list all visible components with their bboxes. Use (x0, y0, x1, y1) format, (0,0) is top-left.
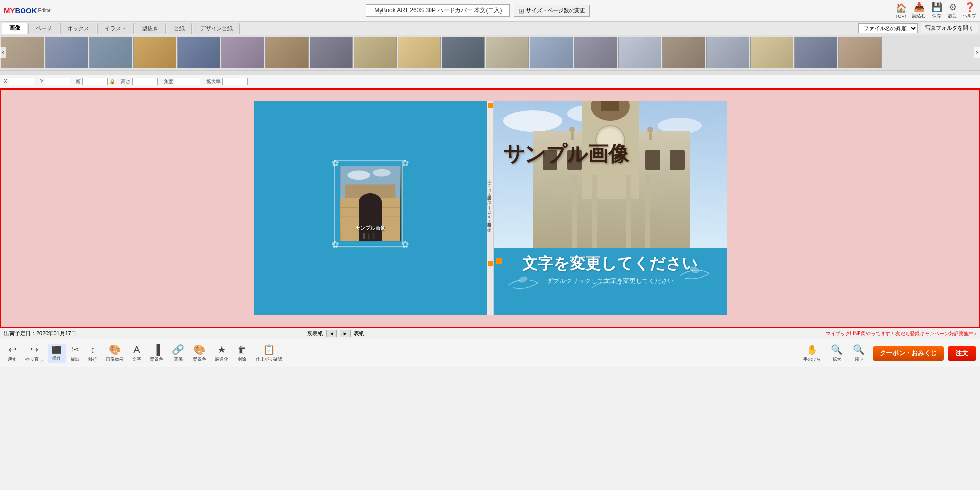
svg-rect-31 (645, 175, 650, 248)
background-color-button[interactable]: ▐ 背景色 (146, 343, 167, 364)
svg-rect-13 (372, 233, 374, 239)
settings-button[interactable]: ⚙ 設定 (948, 2, 957, 19)
operation-button[interactable]: ⬛ 操作 (48, 344, 66, 363)
photo-thumb-8[interactable] (310, 37, 353, 68)
operation-label: 操作 (52, 355, 61, 362)
svg-point-32 (569, 127, 575, 133)
zoom-in-button[interactable]: 🔍 拡大 (827, 342, 847, 364)
size-page-button[interactable]: ⊞ サイズ・ページ数の変更 (514, 5, 590, 17)
page-next-button[interactable]: ► (340, 330, 351, 337)
save-button[interactable]: 💾 保存 (932, 2, 942, 19)
page-prev-button[interactable]: ◄ (326, 330, 337, 337)
photo-thumb-3[interactable] (89, 37, 132, 68)
text-label: 文字 (132, 356, 141, 363)
undo-button[interactable]: ↩ 戻す (4, 342, 21, 364)
tab-cutout[interactable]: 型抜き (135, 23, 166, 34)
order-button[interactable]: 注文 (948, 346, 976, 361)
front-cover[interactable]: ▸ (494, 101, 727, 315)
frame-deco-bl: ✿ (331, 238, 339, 250)
finish-confirm-button[interactable]: 📋 仕上がり確認 (252, 342, 286, 364)
logo-my: MY (4, 6, 15, 15)
help-icon: ❓ (964, 2, 975, 13)
photo-thumb-15[interactable] (618, 37, 661, 68)
wave-decoration: 文字を変更してください ダブルクリックして文字を変更してください (494, 241, 727, 315)
photo-thumb-14[interactable] (574, 37, 617, 68)
y-label: Y (40, 79, 44, 84)
photo-strip-scrollbar[interactable] (0, 70, 980, 75)
filename-sort-select[interactable]: ファイル名の昇順 (858, 23, 918, 33)
photo-folder-button[interactable]: 写真フォルダを開く (921, 23, 978, 33)
photo-thumb-10[interactable] (398, 37, 441, 68)
title-center: MyBook ART 260S 30P ハードカバー 本文(二入) ⊞ サイズ・… (61, 4, 896, 17)
height-input[interactable] (132, 78, 158, 85)
zoom-in-label: 拡大 (833, 356, 841, 363)
front-cover-label: 表紙 (354, 330, 364, 337)
load-label: 読込む (912, 13, 926, 19)
zoom-input[interactable] (222, 78, 248, 85)
image-effect-button[interactable]: 🎨 画像効果 (102, 342, 127, 364)
main-canvas-area: ✿ ✿ ✿ ✿ (0, 88, 980, 328)
photo-thumb-5[interactable] (177, 37, 220, 68)
best-button[interactable]: ★ 最適化 (211, 342, 232, 364)
svg-rect-29 (592, 175, 597, 248)
related-button[interactable]: 🔗 関係 (168, 342, 188, 364)
photo-thumb-4[interactable] (133, 37, 176, 68)
help-button[interactable]: ❓ ヘルプ (963, 2, 976, 19)
y-input[interactable] (45, 78, 70, 85)
photo-thumb-12[interactable] (486, 37, 529, 68)
grid-icon: ⊞ (518, 7, 524, 15)
tab-design-background[interactable]: デザイン台紙 (193, 23, 240, 34)
trim-button[interactable]: ✂ 抽出 (67, 342, 83, 364)
date-label: 出荷予定日： (4, 330, 36, 337)
svg-rect-23 (601, 101, 619, 111)
strip-left-arrow[interactable]: ‹ (0, 47, 6, 58)
strip-right-arrow[interactable]: › (974, 47, 980, 58)
photo-thumb-1[interactable] (1, 37, 44, 68)
front-photo-bg: サンプル画像 (494, 101, 727, 248)
move-icon: ↕ (90, 344, 95, 355)
spine-marker-bottom (488, 261, 493, 266)
photo-thumb-17[interactable] (706, 37, 749, 68)
tab-box[interactable]: ボックス (60, 23, 96, 34)
delete-button[interactable]: 🗑 削除 (233, 343, 251, 364)
width-lock-icon: 🔒 (109, 79, 115, 84)
photo-thumb-7[interactable] (265, 37, 309, 68)
photo-thumb-16[interactable] (662, 37, 705, 68)
settings-label: 設定 (948, 13, 957, 19)
x-input[interactable] (9, 78, 34, 85)
tab-image[interactable]: 画像 (2, 23, 27, 34)
photo-thumb-20[interactable] (838, 37, 882, 68)
photo-strip: ‹ › (0, 35, 980, 70)
photo-thumb-18[interactable] (750, 37, 793, 68)
spine-marker-top (488, 103, 493, 108)
back-sample-text: サンプル画像 (356, 225, 385, 232)
photo-thumb-9[interactable] (354, 37, 397, 68)
load-button[interactable]: 📥 読込む (912, 2, 926, 19)
move-button[interactable]: ↕ 移行 (84, 343, 101, 364)
width-input[interactable] (82, 78, 108, 85)
text-overlay: 文字を変更してください ダブルクリックして文字を変更してください (494, 253, 727, 285)
photo-thumb-6[interactable] (221, 37, 264, 68)
photo-thumb-19[interactable] (794, 37, 837, 68)
spine-text: 下の管理部分にテキストが文字宙印っています (487, 182, 493, 234)
hand-tool-button[interactable]: ✋ 手のひら (799, 342, 825, 364)
angle-input[interactable] (175, 78, 200, 85)
redo-button[interactable]: ↪ やり直し (22, 342, 47, 364)
photo-thumb-11[interactable] (442, 37, 485, 68)
front-sub-text: ダブルクリックして文字を変更してください (494, 277, 727, 285)
bg-color2-button[interactable]: 🎨 背景色 (189, 342, 210, 364)
top-home-button[interactable]: 🏠 TOP↑ (895, 3, 907, 19)
back-cover[interactable]: ✿ ✿ ✿ ✿ (254, 101, 487, 315)
tab-page[interactable]: ページ (28, 23, 59, 34)
photo-thumb-2[interactable] (45, 37, 88, 68)
coupon-button[interactable]: クーポン・おみくじ (873, 346, 944, 361)
tab-illustration[interactable]: イラスト (97, 23, 134, 34)
text-button[interactable]: A 文字 (128, 343, 145, 364)
delete-label: 削除 (238, 356, 246, 363)
logo-editor: Editor (38, 8, 51, 13)
front-bottom-marker (496, 258, 502, 264)
bg-color2-icon: 🎨 (193, 344, 206, 355)
photo-thumb-13[interactable] (530, 37, 573, 68)
tab-background[interactable]: 台紙 (167, 23, 192, 34)
zoom-out-button[interactable]: 🔍 縮小 (849, 342, 869, 364)
